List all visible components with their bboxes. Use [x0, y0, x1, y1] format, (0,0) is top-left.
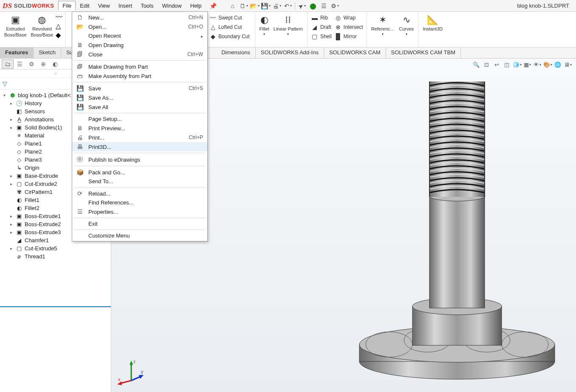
swept-boss-icon[interactable]: 〰	[56, 14, 62, 21]
app-logo: DS SOLIDWORKS	[2, 2, 58, 10]
rebuild-icon[interactable]: ⬤	[308, 1, 318, 11]
file-menu-item[interactable]: 🗎Open Drawing	[72, 40, 207, 50]
ribbon-group-cut: 〰Swept Cut △Lofted Cut ◆Boundary Cut	[206, 12, 255, 47]
menu-help[interactable]: Help	[186, 1, 206, 11]
boundary-cut-button[interactable]: ◆Boundary Cut	[208, 32, 250, 41]
rollback-bar[interactable]	[0, 306, 111, 307]
file-menu-item[interactable]: 📂Open...Ctrl+O	[72, 22, 207, 31]
tab-cam[interactable]: SOLIDWORKS CAM	[324, 48, 386, 58]
fillet-button[interactable]: ◐Fillet▾	[258, 14, 271, 37]
print-icon[interactable]: 🖨	[272, 1, 282, 11]
view-triad[interactable]: z x y	[116, 357, 146, 387]
menu-view[interactable]: View	[94, 1, 114, 11]
file-menu-item[interactable]: ⓔPublish to eDrawings	[72, 154, 207, 165]
intersect-button[interactable]: ⊗Intersect	[333, 23, 364, 31]
lofted-boss-icon[interactable]: △	[56, 22, 62, 30]
svg-text:z: z	[133, 359, 136, 364]
menu-tools[interactable]: Tools	[136, 1, 158, 11]
linear-pattern-button[interactable]: ⁞⁞Linear Pattern▾	[272, 14, 305, 37]
display-style-icon[interactable]: ▦	[522, 60, 532, 69]
options-list-icon[interactable]: ☰	[319, 1, 329, 11]
extruded-boss-button[interactable]: ▣Extruded Boss/Base	[3, 14, 28, 39]
boundary-boss-icon[interactable]: ◆	[56, 31, 62, 39]
file-menu-item[interactable]: Send To...	[72, 177, 207, 186]
tree-item[interactable]: ⌀Thread1	[1, 252, 110, 260]
hide-show-icon[interactable]: 👁	[533, 60, 542, 69]
curves-button[interactable]: ∿Curves▾	[397, 14, 415, 37]
file-menu-item[interactable]: Customize Menu	[72, 231, 207, 240]
instant3d-button[interactable]: 📐Instant3D	[421, 14, 444, 33]
file-menu-item[interactable]: 💾Save As...	[72, 93, 207, 102]
section-view-icon[interactable]: ◫	[502, 60, 511, 69]
model-view	[355, 77, 559, 383]
separator	[295, 2, 295, 10]
swept-cut-button[interactable]: 〰Swept Cut	[208, 14, 250, 22]
file-menu-item[interactable]: 🗎Print Preview...	[72, 123, 207, 133]
file-menu-item[interactable]: ☰Properties...	[72, 207, 207, 216]
tab-dimensions[interactable]: Dimensions	[216, 48, 256, 58]
property-manager-tab-icon[interactable]: ☰	[14, 59, 25, 69]
ribbon-group-pattern: ◐Fillet▾ ⁞⁞Linear Pattern▾	[255, 12, 308, 47]
view-orientation-icon[interactable]: 🧊	[512, 60, 522, 69]
menu-insert[interactable]: Insert	[114, 1, 137, 11]
tree-item[interactable]: ▸▢Cut-Extrude5	[1, 244, 110, 252]
settings-icon[interactable]: ⚙	[330, 1, 340, 11]
zoom-area-icon[interactable]: ⊡	[482, 60, 491, 69]
apply-scene-icon[interactable]: 🌐	[553, 60, 562, 69]
file-menu-item[interactable]: Open Recent	[72, 31, 207, 40]
display-tab-icon[interactable]: ◐	[49, 59, 61, 69]
shell-button[interactable]: ▢Shell	[310, 32, 333, 41]
file-menu-item[interactable]: 🗋New...Ctrl+N	[72, 13, 207, 22]
file-menu-item[interactable]: 📦Pack and Go...	[72, 168, 207, 177]
ribbon-group-instant3d: 📐Instant3D	[418, 12, 447, 47]
tab-addins[interactable]: SOLIDWORKS Add-Ins	[256, 48, 324, 58]
file-menu-item[interactable]: 🗊Make Drawing from Part	[72, 62, 207, 71]
dimxpert-tab-icon[interactable]: ⊕	[37, 59, 49, 69]
wrap-button[interactable]: ◎Wrap	[333, 14, 364, 22]
zoom-fit-icon[interactable]: 🔍	[472, 60, 481, 69]
menu-file[interactable]: File	[58, 1, 76, 11]
file-menu-item[interactable]: 🗐CloseCtrl+W	[72, 50, 207, 59]
revolved-boss-button[interactable]: ◍Revolved Boss/Base	[29, 14, 55, 39]
select-icon[interactable]: ➤	[297, 1, 307, 11]
file-menu-item[interactable]: Find References...	[72, 198, 207, 207]
file-menu-item[interactable]: Exit	[72, 219, 207, 228]
mirror-button[interactable]: ▐▌Mirror	[333, 32, 364, 41]
edit-appearance-icon[interactable]: 🎨	[543, 60, 552, 69]
menu-bar: DS SOLIDWORKS File Edit View Insert Tool…	[0, 0, 576, 12]
rib-button[interactable]: ▬Rib	[310, 14, 333, 22]
menu-edit[interactable]: Edit	[76, 1, 93, 11]
svg-marker-17	[117, 381, 122, 385]
file-menu-item[interactable]: 💾SaveCtrl+S	[72, 84, 207, 93]
file-menu-item[interactable]: 🗃Make Assembly from Part	[72, 71, 207, 81]
file-menu-item[interactable]: 💾Save All	[72, 102, 207, 112]
new-doc-icon[interactable]: 🗋	[239, 1, 249, 11]
lofted-cut-button[interactable]: △Lofted Cut	[208, 23, 250, 31]
draft-button[interactable]: ◢Draft	[310, 23, 333, 31]
tab-sketch[interactable]: Sketch	[34, 48, 61, 58]
file-menu-item[interactable]: Page Setup...	[72, 115, 207, 123]
reference-geometry-button[interactable]: ✶Referenc…▾	[370, 14, 397, 37]
view-settings-icon[interactable]: 🖥	[563, 60, 573, 69]
file-menu-dropdown: 🗋New...Ctrl+N📂Open...Ctrl+OOpen Recent🗎O…	[72, 11, 208, 241]
ribbon-group-reference: ✶Referenc…▾ ∿Curves▾	[367, 12, 418, 47]
feature-tree-tab-icon[interactable]: 🗂	[2, 59, 14, 69]
svg-marker-19	[139, 375, 144, 379]
save-icon[interactable]: 💾	[261, 1, 271, 11]
file-menu-item[interactable]: ⟳Reload...	[72, 189, 207, 198]
tab-features[interactable]: Features	[0, 48, 34, 58]
file-menu-item[interactable]: 🖨Print...Ctrl+P	[72, 133, 207, 142]
undo-icon[interactable]: ↶	[283, 1, 293, 11]
svg-marker-15	[130, 361, 133, 365]
open-doc-icon[interactable]: 📂	[250, 1, 260, 11]
home-icon[interactable]: ⌂	[228, 1, 238, 11]
tab-camtbm[interactable]: SOLIDWORKS CAM TBM	[386, 48, 461, 58]
configuration-tab-icon[interactable]: ⚙	[25, 59, 37, 69]
menu-window[interactable]: Window	[158, 1, 186, 11]
filter-icon: ▽	[3, 80, 7, 87]
pin-icon[interactable]: 📌	[206, 3, 220, 9]
svg-rect-9	[429, 196, 485, 308]
ribbon-group-features: ▬Rib ◢Draft ▢Shell ◎Wrap ⊗Intersect ▐▌Mi…	[308, 12, 367, 47]
previous-view-icon[interactable]: ↩	[492, 60, 501, 69]
file-menu-item[interactable]: 🖶Print3D...	[72, 142, 207, 151]
